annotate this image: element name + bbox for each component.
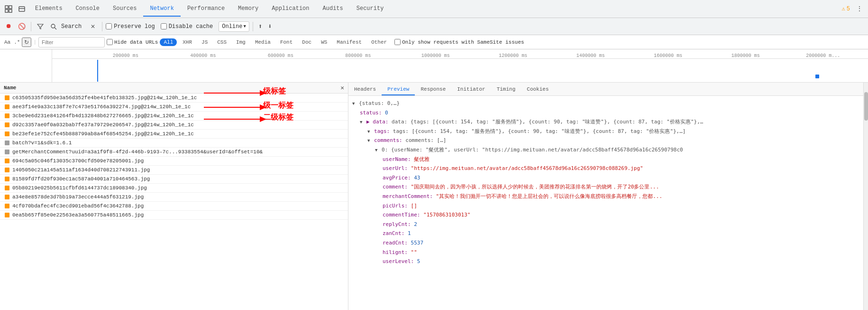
svg-rect-4 xyxy=(19,7,25,11)
img-file-icon xyxy=(4,94,10,101)
json-data-triangle[interactable] xyxy=(360,119,362,125)
svg-rect-2 xyxy=(5,9,8,12)
tab-security[interactable]: Security xyxy=(350,1,391,17)
img-file-icon xyxy=(4,158,10,164)
file-row[interactable]: batch?v=1&sdk=1.6.1 xyxy=(0,139,348,148)
file-row[interactable]: 1405050c21a145a511af1634d40d708212743911… xyxy=(0,166,348,175)
regex-btn[interactable]: .* xyxy=(14,39,20,45)
svg-line-7 xyxy=(55,28,56,29)
filter-pill-js[interactable]: JS xyxy=(198,38,211,46)
scrollbar[interactable] xyxy=(863,83,868,310)
preserve-log-checkbox[interactable]: Preserve log xyxy=(106,23,155,30)
timeline-chart: 200000 ms 400000 ms 600000 ms 800000 ms … xyxy=(52,49,868,82)
tab-sources[interactable]: Sources xyxy=(106,1,143,17)
file-row[interactable]: 81589fd7fd20f930ec1ac587a04001a710464563… xyxy=(0,175,348,184)
filter-input[interactable] xyxy=(38,37,105,47)
detail-tab-initiator[interactable]: Initiator xyxy=(451,84,491,95)
throttle-select[interactable]: Online ▼ xyxy=(219,21,249,32)
tick-1800k: 1800000 ms xyxy=(731,53,760,58)
json-comment: comment: "国庆期间去的，因为带小孩，所以选择人少的时候去，美团推荐的花… xyxy=(352,182,864,192)
aa-btn[interactable]: Aa xyxy=(3,39,12,45)
filter-pill-doc[interactable]: Doc xyxy=(298,38,315,46)
close-detail-btn[interactable]: ✕ xyxy=(340,84,344,92)
tab-memory[interactable]: Memory xyxy=(231,1,265,17)
filter-pill-font[interactable]: Font xyxy=(276,38,296,46)
tab-elements[interactable]: Elements xyxy=(28,1,69,17)
clear-btn[interactable]: 🚫 xyxy=(16,21,27,32)
file-row[interactable]: 0ea5b657f85e0e22563ea3a560775a48511665.j… xyxy=(0,211,348,220)
json-key-tags: tags: xyxy=(374,128,393,134)
filter-row: Aa .* ↻ | Hide data URLs All XHR JS CSS … xyxy=(0,35,868,49)
file-name: be23efe1e752cfe45b888799ab8a4f68545254.j… xyxy=(12,131,194,137)
json-comment-0-triangle[interactable] xyxy=(375,147,377,153)
file-name: 4cf070bdafec4fc3ecd901ebad56f4c3642788.j… xyxy=(12,203,144,209)
file-row[interactable]: 4cf070bdafec4fc3ecd901ebad56f4c3642788.j… xyxy=(0,202,348,211)
tab-performance[interactable]: Performance xyxy=(181,1,231,17)
file-row[interactable]: aee3f14e9a33c138f7e7c473e51766a392274.jp… xyxy=(0,103,348,112)
file-name: getMerchantComment?uuid=a3a1f9f8-4f2d-44… xyxy=(12,149,263,155)
sep3 xyxy=(253,22,253,31)
file-name: a34e8e8578de3d7bb19a73ecce444a5f631219.j… xyxy=(12,194,144,200)
detail-tab-bar: Headers Preview Response Initiator Timin… xyxy=(348,83,868,96)
filter-pill-manifest[interactable]: Manifest xyxy=(333,38,365,46)
filter-pill-all[interactable]: All xyxy=(160,38,177,46)
file-row[interactable]: 694c5a05c046f13035c3700cfd509e78205001.j… xyxy=(0,157,348,166)
tab-audits[interactable]: Audits xyxy=(316,1,350,17)
detail-tab-preview[interactable]: Preview xyxy=(382,84,415,95)
json-comment-0-header: 0: {userName: "粲优雅", userUrl: "https://i… xyxy=(352,145,864,155)
filter-pill-xhr[interactable]: XHR xyxy=(179,38,196,46)
close-search-btn[interactable]: ✕ xyxy=(87,21,99,32)
json-picurls: picUrls: [] xyxy=(352,201,864,211)
json-root: {status: 0,…} xyxy=(352,99,864,108)
inspect-icon[interactable] xyxy=(2,2,15,16)
scrollbar-thumb[interactable] xyxy=(864,92,868,121)
json-comments-line: comments: comments: […] xyxy=(352,136,864,145)
file-row[interactable]: 05b80219e025b5611cfbfd6144737dc18908340.… xyxy=(0,184,348,193)
json-tags-val: tags: [{count: 154, tag: "服务热情"}, {count… xyxy=(393,128,686,134)
img-file-icon xyxy=(4,212,10,218)
filter-pill-css[interactable]: CSS xyxy=(213,38,230,46)
detail-tab-response[interactable]: Response xyxy=(415,84,451,95)
file-row[interactable]: a34e8e8578de3d7bb19a73ecce444a5f631219.j… xyxy=(0,193,348,202)
tab-console[interactable]: Console xyxy=(69,1,106,17)
file-row[interactable]: be23efe1e752cfe45b888799ab8a4f68545254.j… xyxy=(0,130,348,139)
filter-pill-ws[interactable]: WS xyxy=(317,38,331,46)
img-file-icon xyxy=(4,131,10,137)
detail-tab-headers[interactable]: Headers xyxy=(348,84,382,95)
file-name: c63505335fd950e3a56d352fe4be41feb138325.… xyxy=(12,95,197,101)
img-file-icon xyxy=(4,185,10,191)
json-comment-0-val: 0: {userName: "粲优雅", userUrl: "https://i… xyxy=(382,147,683,153)
filter-pill-media[interactable]: Media xyxy=(251,38,274,46)
img-file-icon xyxy=(4,113,10,119)
file-row[interactable]: getMerchantComment?uuid=a3a1f9f8-4f2d-44… xyxy=(0,148,348,157)
search-btn[interactable] xyxy=(48,21,59,32)
hide-data-urls-checkbox[interactable]: Hide data URLs xyxy=(107,39,158,45)
filter-icon[interactable] xyxy=(35,21,46,32)
filter-pill-img[interactable]: Img xyxy=(232,38,249,46)
tab-application[interactable]: Application xyxy=(265,1,316,17)
file-row[interactable]: 3cbe9e6d231e841264fb4d132848b627276665.j… xyxy=(0,112,348,121)
dock-icon[interactable] xyxy=(15,2,28,16)
record-btn[interactable]: ⏺ xyxy=(3,21,14,32)
detail-tab-cookies[interactable]: Cookies xyxy=(521,84,554,95)
json-root-triangle[interactable] xyxy=(352,100,355,107)
svg-rect-1 xyxy=(9,6,12,9)
json-comments-triangle[interactable] xyxy=(367,137,370,144)
only-samesite-checkbox[interactable]: Only show requests with SameSite issues xyxy=(394,39,524,45)
tick-1600k: 1600000 ms xyxy=(654,53,682,58)
disable-cache-checkbox[interactable]: Disable cache xyxy=(161,23,213,30)
json-comments-val: comments: […] xyxy=(405,137,446,143)
json-tags-triangle[interactable] xyxy=(367,128,370,135)
detail-tab-timing[interactable]: Timing xyxy=(491,84,521,95)
filter-pill-other[interactable]: Other xyxy=(367,38,391,46)
tab-network[interactable]: Network xyxy=(143,1,180,17)
more-options-icon[interactable]: ⋮ xyxy=(853,2,866,16)
file-row[interactable]: c63505335fd950e3a56d352fe4be41feb138325.… xyxy=(0,94,348,103)
json-avgprice: avgPrice: 43 xyxy=(352,173,864,183)
export-btn[interactable]: ⬇ xyxy=(266,22,274,30)
refresh-btn[interactable]: ↻ xyxy=(22,38,31,47)
import-btn[interactable]: ⬆ xyxy=(256,22,264,30)
file-name: 3cbe9e6d231e841264fb4d132848b627276665.j… xyxy=(12,113,194,119)
file-row[interactable]: d92c3357ae0f0a032bab7fe37a79729e206547.j… xyxy=(0,121,348,130)
file-name: 05b80219e025b5611cfbfd6144737dc18908340.… xyxy=(12,185,147,191)
